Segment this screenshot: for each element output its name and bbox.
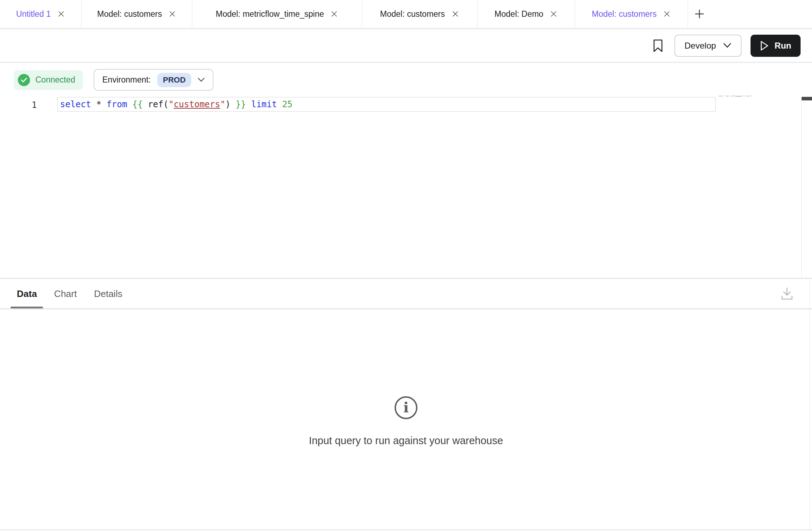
- code-token: ref(: [731, 95, 734, 97]
- close-icon[interactable]: [663, 10, 671, 18]
- code-token: [102, 99, 107, 109]
- code-token: [143, 99, 148, 109]
- connection-status-badge: Connected: [14, 70, 83, 90]
- tab-model-customers-2[interactable]: Model: customers: [362, 0, 477, 28]
- tab-chart[interactable]: Chart: [54, 279, 77, 308]
- editor-tab-bar: Untitled 1 Model: customers Model: metri…: [0, 0, 812, 28]
- code-token: {{: [132, 99, 143, 109]
- results-tab-bar: Data Chart Details: [0, 279, 812, 309]
- run-button[interactable]: Run: [751, 35, 801, 57]
- chevron-down-icon: [723, 43, 732, 48]
- code-token: ": [220, 99, 225, 109]
- results-empty-state: i Input query to run against your wareho…: [0, 396, 812, 447]
- code-token: ": [168, 99, 173, 109]
- code-token: *: [96, 99, 101, 109]
- line-number: 1: [0, 98, 37, 112]
- editor-scrollbar-thumb[interactable]: [802, 97, 812, 100]
- download-results-button[interactable]: [780, 286, 794, 302]
- code-token: [277, 99, 282, 109]
- code-token: from: [107, 99, 127, 109]
- editor-active-line[interactable]: select * from {{ ref("customers") }} lim…: [57, 97, 716, 112]
- tab-label: Model: customers: [592, 9, 657, 19]
- develop-label: Develop: [684, 41, 716, 51]
- editor-toolbar: Develop Run: [0, 29, 812, 62]
- close-icon[interactable]: [57, 10, 65, 18]
- code-token: [127, 99, 132, 109]
- tab-label: Untitled 1: [16, 9, 51, 19]
- sql-editor-pane: Connected Environment: PROD 1 select * f…: [0, 63, 812, 278]
- close-icon[interactable]: [168, 10, 176, 18]
- tab-model-demo[interactable]: Model: Demo: [477, 0, 575, 28]
- code-token: [246, 99, 251, 109]
- code-token: }}: [236, 99, 246, 109]
- check-circle-icon: [18, 74, 30, 86]
- code-token: select: [719, 95, 723, 97]
- tab-untitled-1[interactable]: Untitled 1: [0, 0, 81, 28]
- code-token: [91, 99, 96, 109]
- close-icon[interactable]: [330, 10, 338, 18]
- code-token: ref(: [148, 99, 169, 109]
- download-icon: [780, 286, 794, 301]
- bookmark-icon: [652, 39, 664, 53]
- close-icon[interactable]: [550, 10, 558, 18]
- tab-model-metricflow-time-spine[interactable]: Model: metricflow_time_spine: [192, 0, 362, 28]
- play-icon: [760, 40, 769, 51]
- tab-label: Model: customers: [97, 9, 162, 19]
- code-token: [231, 99, 236, 109]
- code-token: 25: [282, 99, 292, 109]
- tab-label: Model: customers: [380, 9, 445, 19]
- plus-icon: [694, 9, 705, 19]
- code-token: limit: [746, 95, 750, 97]
- develop-menu-button[interactable]: Develop: [674, 35, 742, 57]
- code-token: from: [726, 95, 728, 97]
- run-label: Run: [774, 41, 791, 51]
- environment-selector[interactable]: Environment: PROD: [94, 69, 213, 91]
- editor-minimap: select * from {{ ref("customers") }} lim…: [718, 95, 752, 97]
- tab-label: Model: metricflow_time_spine: [216, 9, 324, 19]
- info-icon: i: [395, 396, 417, 419]
- code-token: 25: [751, 95, 752, 97]
- connection-status-label: Connected: [35, 75, 75, 85]
- code-token: ): [225, 99, 230, 109]
- tab-details[interactable]: Details: [94, 279, 122, 308]
- tab-model-customers-1[interactable]: Model: customers: [81, 0, 192, 28]
- bookmark-button[interactable]: [652, 39, 664, 53]
- code-token: select: [60, 99, 91, 109]
- chevron-down-icon: [198, 78, 205, 82]
- ide-screen: Untitled 1 Model: customers Model: metri…: [0, 0, 812, 531]
- results-pane: Data Chart Details i Input query to run …: [0, 278, 812, 529]
- environment-label: Environment:: [102, 75, 151, 85]
- close-icon[interactable]: [451, 10, 459, 18]
- tab-model-customers-3[interactable]: Model: customers: [575, 0, 688, 28]
- empty-state-message: Input query to run against your warehous…: [0, 435, 812, 447]
- tab-data[interactable]: Data: [17, 279, 37, 308]
- ref-link-token[interactable]: customers: [174, 99, 220, 109]
- sql-code-line[interactable]: select * from {{ ref("customers") }} lim…: [58, 98, 292, 111]
- bottom-divider: [0, 529, 812, 530]
- editor-status-row: Connected Environment: PROD: [14, 69, 213, 91]
- editor-scrollbar-track[interactable]: [801, 97, 812, 278]
- code-token: limit: [251, 99, 277, 109]
- tab-label: Model: Demo: [495, 9, 544, 19]
- environment-value-badge: PROD: [157, 73, 192, 87]
- minimap-code-line: select * from {{ ref("customers") }} lim…: [718, 95, 752, 97]
- ref-link-token[interactable]: customers: [735, 95, 742, 97]
- add-tab-button[interactable]: [688, 0, 711, 28]
